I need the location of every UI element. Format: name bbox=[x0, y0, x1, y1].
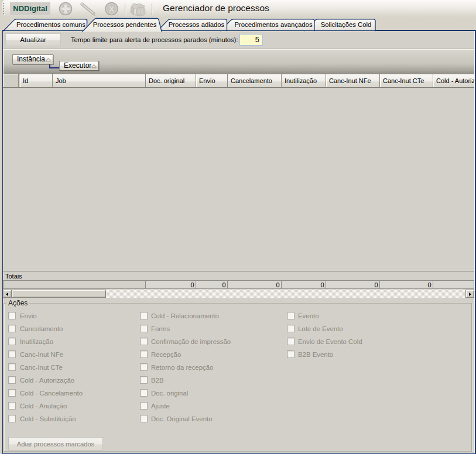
svg-text:Procedimentos avançados: Procedimentos avançados bbox=[234, 21, 312, 28]
svg-text:Processos adiados: Processos adiados bbox=[169, 21, 225, 28]
svg-text:Solicitações Cold: Solicitações Cold bbox=[321, 21, 372, 28]
svg-text:X: X bbox=[109, 5, 114, 13]
svg-text:Procedimentos comuns: Procedimentos comuns bbox=[16, 21, 85, 28]
svg-text:Processos pendentes: Processos pendentes bbox=[93, 21, 157, 28]
